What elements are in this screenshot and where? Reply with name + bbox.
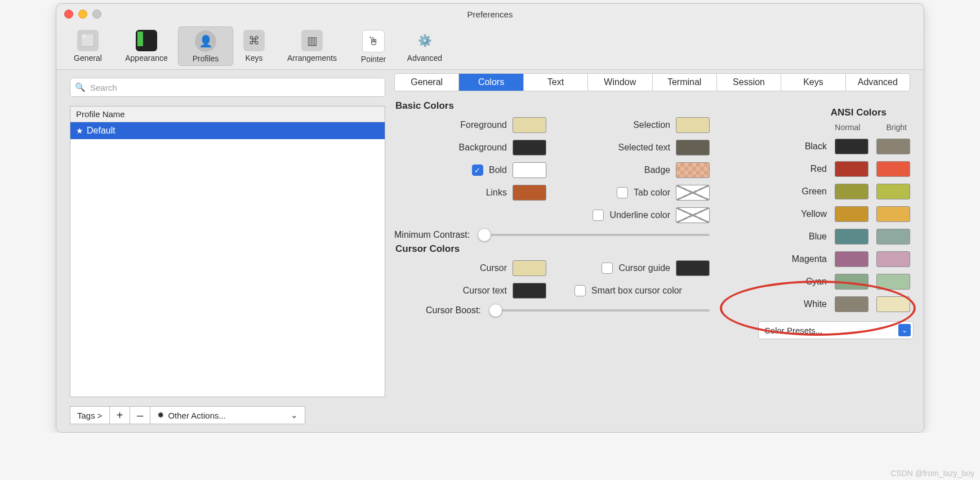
preferences-window: Preferences ⬜ General Appearance 👤 Profi… [56,3,924,433]
ansi-cyan-normal-swatch[interactable] [835,274,868,290]
ansi-yellow-bright-swatch[interactable] [876,206,910,222]
chevron-down-icon: ⌄ [291,410,298,420]
toolbar-general[interactable]: ⬜ General [61,26,115,66]
appearance-icon [136,30,157,51]
ansi-magenta-bright-swatch[interactable] [876,251,910,267]
cursor-guide-swatch[interactable] [676,260,710,276]
gear-icon: ✸ [157,410,164,420]
ansi-green-bright-swatch[interactable] [876,184,910,199]
chevron-down-icon: ⌄ [898,324,911,336]
underline-color-swatch[interactable] [676,207,710,223]
profile-list: Profile Name ★ Default [70,106,385,397]
profile-name: Default [87,126,115,136]
content: 🔍 Profile Name ★ Default Tags > + – ✸ Ot… [56,69,924,432]
tab-color-checkbox[interactable] [617,187,628,198]
ansi-white-normal-swatch[interactable] [835,296,868,312]
bold-checkbox[interactable]: ✓ [472,165,483,176]
window-title: Preferences [56,10,924,19]
arrangements-icon: ▥ [301,30,323,51]
ansi-yellow-normal-swatch[interactable] [835,206,868,222]
cursor-colors-grid: Cursor Cursor text Cursor guide Smart [394,259,710,300]
ansi-row-red: Red [747,158,910,180]
tab-color-swatch[interactable] [676,185,710,201]
ansi-row-magenta: Magenta [747,248,910,270]
min-contrast-slider[interactable] [479,234,710,236]
subtab-advanced[interactable]: Advanced [846,74,910,91]
pointer-icon: 🖱 [362,30,385,52]
general-icon: ⬜ [77,30,99,51]
ansi-row-blue: Blue [747,225,910,248]
ansi-magenta-normal-swatch[interactable] [835,251,868,267]
basic-colors-title: Basic Colors [395,100,710,112]
profiles-icon: 👤 [195,30,216,52]
toolbar-pointer[interactable]: 🖱 Pointer [349,26,398,66]
ansi-white-bright-swatch[interactable] [876,296,910,312]
selected-text-swatch[interactable] [676,140,710,155]
main-toolbar: ⬜ General Appearance 👤 Profiles ⌘ Keys ▥… [56,24,924,69]
ansi-row-black: Black [747,135,910,158]
subtab-window[interactable]: Window [588,74,652,91]
selection-swatch[interactable] [676,117,710,133]
profiles-bottom-bar: Tags > + – ✸ Other Actions... ⌄ [70,406,385,424]
detail-pane: General Colors Text Window Terminal Sess… [390,70,924,432]
bold-swatch[interactable] [513,162,546,178]
toolbar-advanced[interactable]: ⚙️ Advanced [398,26,452,66]
search-input[interactable] [89,82,380,93]
advanced-icon: ⚙️ [414,30,435,51]
foreground-swatch[interactable] [513,117,546,133]
tags-button[interactable]: Tags > [70,406,110,424]
ansi-red-bright-swatch[interactable] [876,161,910,177]
ansi-row-white: White [747,293,910,315]
subtab-general[interactable]: General [395,74,459,91]
cursor-text-swatch[interactable] [513,283,546,299]
search-icon: 🔍 [75,82,86,92]
underline-color-checkbox[interactable] [593,210,604,221]
remove-profile-button[interactable]: – [130,406,150,424]
ansi-black-bright-swatch[interactable] [876,139,910,154]
sidebar: 🔍 Profile Name ★ Default Tags > + – ✸ Ot… [56,70,390,432]
toolbar-profiles[interactable]: 👤 Profiles [178,26,233,66]
color-presets-dropdown[interactable]: Color Presets... ⌄ [758,321,914,339]
star-icon: ★ [76,126,83,135]
subtab-session[interactable]: Session [717,74,781,91]
ansi-red-normal-swatch[interactable] [835,161,868,177]
cursor-colors-title: Cursor Colors [395,243,710,255]
toolbar-appearance[interactable]: Appearance [115,26,178,66]
basic-colors-grid: Foreground Background ✓ Bold Links Selec… [394,116,710,224]
other-actions-button[interactable]: ✸ Other Actions... ⌄ [150,406,305,424]
keys-icon: ⌘ [243,30,265,51]
add-profile-button[interactable]: + [109,406,131,424]
badge-swatch[interactable] [676,162,710,178]
background-swatch[interactable] [513,140,546,155]
toolbar-keys[interactable]: ⌘ Keys [233,26,275,66]
profile-list-body [70,139,385,397]
ansi-black-normal-swatch[interactable] [835,139,868,154]
cursor-boost-slider[interactable] [490,309,710,312]
ansi-title: ANSI Colors [748,107,887,118]
ansi-colors: ANSI Colors Normal Bright BlackRedGreenY… [747,105,910,339]
subtab-colors[interactable]: Colors [459,74,523,91]
ansi-green-normal-swatch[interactable] [835,184,868,199]
ansi-row-cyan: Cyan [747,270,910,293]
cursor-swatch[interactable] [513,260,546,276]
subtab-keys[interactable]: Keys [781,74,845,91]
ansi-cyan-bright-swatch[interactable] [876,274,910,290]
profile-subtabs: General Colors Text Window Terminal Sess… [394,73,910,91]
ansi-row-yellow: Yellow [747,203,910,225]
cursor-guide-checkbox[interactable] [602,263,613,274]
subtab-text[interactable]: Text [524,74,588,91]
search-field[interactable]: 🔍 [70,78,385,97]
smart-box-checkbox[interactable] [574,285,586,296]
toolbar-arrangements[interactable]: ▥ Arrangements [275,26,349,66]
subtab-terminal[interactable]: Terminal [653,74,717,91]
titlebar: Preferences [56,4,924,24]
profile-row-default[interactable]: ★ Default [70,122,385,139]
ansi-blue-normal-swatch[interactable] [835,229,868,245]
ansi-blue-bright-swatch[interactable] [876,229,910,245]
profile-list-header: Profile Name [70,106,385,122]
links-swatch[interactable] [513,185,546,201]
ansi-row-green: Green [747,180,910,203]
